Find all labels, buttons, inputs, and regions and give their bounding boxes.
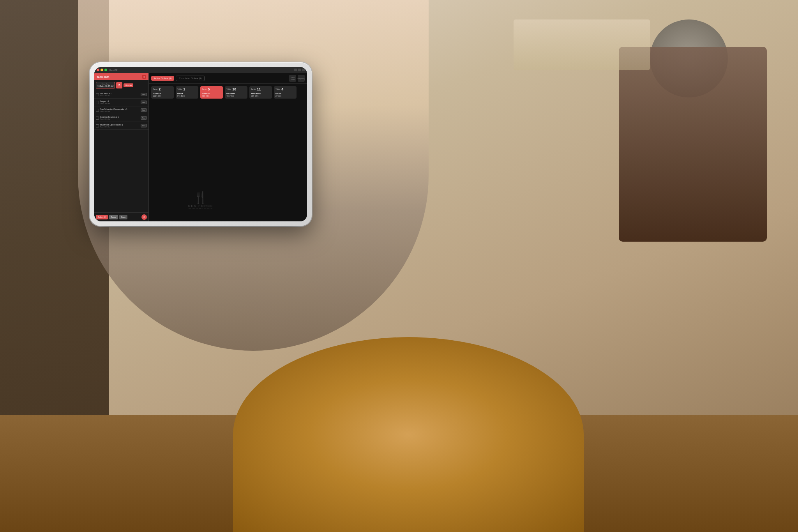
table-card-body: Basit 94h 53m (176, 92, 198, 99)
order-item[interactable]: Burger x 1 Time: 76h 46s New (94, 99, 148, 106)
table-card-t4[interactable]: Table: 4 Basit 27 min (274, 86, 297, 99)
window-title: Res CF (109, 69, 117, 71)
item-status-badge: New (141, 124, 147, 127)
tables-grid: Table: 2 Hassan 100h 22m Table: 1 Basit … (149, 84, 307, 221)
table-label: Table: (226, 88, 231, 90)
item-status-badge: New (141, 101, 147, 104)
watermark-subtitle: RESTAURANT SYSTEM (188, 208, 214, 210)
cook-button[interactable]: Cook (119, 215, 128, 219)
order-item[interactable]: Mushroom Open Toast x 1 Time: 76h 46s Ne… (94, 122, 148, 130)
table-card-header: Table: 11 (249, 86, 272, 92)
item-details: Catering Services x 1 Time: 76h 46s (100, 116, 139, 120)
item-status-badge: New (141, 93, 147, 96)
right-panel: Active Orders (6) Completed Orders (0) Q… (149, 73, 307, 221)
minimize-window-button[interactable] (101, 69, 103, 71)
table-card-t1[interactable]: Table: 1 Basit 94h 53m (176, 86, 198, 99)
table-label: Table: (153, 88, 158, 90)
table-info-title: Table Info (97, 76, 109, 78)
watermark-icon: 🍴 (188, 191, 214, 204)
select-all-button[interactable]: Select All (96, 215, 108, 219)
orders-header: Active Orders (6) Completed Orders (0) Q… (149, 73, 307, 84)
table-number-box: 5 (116, 82, 122, 88)
left-panel: Table Info × Order Time 13 Feb - 10:47 A… (94, 73, 149, 221)
waiter-name-value: Hassan (125, 84, 132, 87)
win-right-btn-3[interactable] (302, 69, 305, 71)
window-titlebar: Res CF (94, 67, 307, 73)
watermark-title: RES FORCE (188, 204, 214, 208)
bg-coffee-machine (619, 47, 767, 242)
table-number-value: 5 (118, 83, 120, 87)
item-details: Burger x 1 Time: 76h 46s (100, 100, 139, 104)
item-details: Allo Anda x 1 Time: 76h 46s (100, 92, 139, 97)
order-time-box: Order Time 13 Feb - 10:47 AM (96, 82, 115, 88)
table-elapsed-time: 100h 22m (153, 95, 172, 97)
table-card-t5[interactable]: Table: 5 Hassan 76h 48m (200, 86, 223, 99)
table-card-header: Table: 2 (151, 86, 174, 92)
bg-shelf (514, 19, 650, 70)
order-item[interactable]: San Sebastian Cheesecake x 1 Time: 76h 4… (94, 106, 148, 114)
close-table-info-button[interactable]: × (142, 75, 146, 79)
table-card-header: Table: 10 (225, 86, 247, 92)
item-checkbox[interactable] (96, 101, 99, 104)
bg-croissants (233, 337, 584, 532)
item-status-badge: New (141, 116, 147, 120)
order-time-value: 13 Feb - 10:47 AM (97, 85, 113, 87)
app-watermark: 🍴 RES FORCE RESTAURANT SYSTEM (188, 191, 214, 210)
table-elapsed-time: 45h 46m (226, 95, 246, 97)
table-card-header: Table: 1 (176, 86, 198, 92)
table-card-t10[interactable]: Table: 10 Hassan 45h 46m (225, 86, 247, 99)
tab-completed-orders[interactable]: Completed Orders (0) (176, 76, 205, 81)
table-card-body: Hassan 100h 22m (151, 92, 174, 99)
quick-order-button[interactable]: Quick Order (289, 75, 296, 82)
table-card-t11[interactable]: Table: 11 Mashood 29h 54m (249, 86, 272, 99)
table-card-body: Hassan 76h 48m (200, 92, 223, 99)
frequency-button[interactable]: Frequency (298, 75, 305, 82)
order-items-list: Allo Anda x 1 Time: 76h 46s New Burger x… (94, 90, 148, 212)
serve-button[interactable]: Serve (109, 215, 118, 219)
table-label: Table: (251, 88, 256, 90)
item-details: Mushroom Open Toast x 1 Time: 76h 46s (100, 124, 139, 128)
win-right-btn-2[interactable] (298, 69, 301, 71)
table-card-body: Mashood 29h 54m (249, 92, 272, 99)
item-time: Time: 76h 46s (100, 126, 139, 128)
table-card-body: Basit 27 min (274, 92, 297, 99)
waiter-name-box: Hassan (124, 83, 133, 87)
window-right-buttons (294, 69, 305, 71)
table-card-header: Table: 5 (200, 86, 223, 92)
order-item[interactable]: Allo Anda x 1 Time: 76h 46s New (94, 91, 148, 99)
bottom-action-buttons: Select All Serve Cook 0 (94, 212, 148, 221)
window-controls (97, 69, 107, 71)
table-elapsed-time: 29h 54m (251, 95, 270, 97)
item-status-badge: New (141, 108, 147, 112)
ipad-screen: Res CF Table Info × Order Time (94, 67, 307, 221)
close-window-button[interactable] (97, 69, 99, 71)
maximize-window-button[interactable] (104, 69, 107, 71)
table-label: Table: (275, 88, 281, 90)
table-number: 1 (183, 87, 185, 91)
table-number: 11 (257, 87, 261, 91)
header-action-icons: Quick Order Frequency (289, 75, 305, 82)
table-info-header: Table Info × (94, 73, 148, 80)
frequency-label: Frequency (298, 78, 305, 80)
item-time: Time: 76h 46s (100, 103, 139, 104)
item-checkbox[interactable] (96, 93, 99, 96)
ipad-frame: Res CF Table Info × Order Time (90, 62, 312, 226)
item-time: Time: 76h 46s (100, 95, 139, 97)
table-card-header: Table: 4 (274, 86, 297, 92)
table-label: Table: (177, 88, 182, 90)
item-checkbox[interactable] (96, 117, 99, 120)
tab-active-orders[interactable]: Active Orders (6) (151, 76, 174, 81)
table-number: 2 (159, 87, 161, 91)
item-time: Time: 76h 46s (100, 110, 139, 112)
item-checkbox[interactable] (96, 109, 99, 112)
win-right-btn-1[interactable] (294, 69, 297, 71)
item-checkbox[interactable] (96, 124, 99, 127)
app-content: Table Info × Order Time 13 Feb - 10:47 A… (94, 73, 307, 221)
table-elapsed-time: 27 min (275, 95, 295, 97)
quick-order-label: Quick Order (289, 76, 296, 80)
order-item[interactable]: Catering Services x 1 Time: 76h 46s New (94, 114, 148, 122)
bottom-indicator: 0 (141, 214, 147, 220)
table-number: 10 (232, 87, 236, 91)
table-card-t2[interactable]: Table: 2 Hassan 100h 22m (151, 86, 174, 99)
order-meta: Order Time 13 Feb - 10:47 AM 5 Hassan (94, 80, 148, 90)
